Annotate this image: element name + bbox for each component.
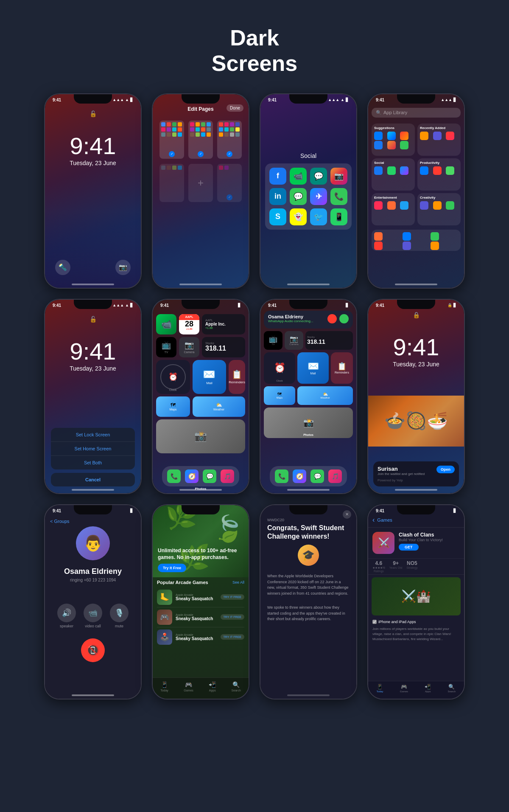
end-call-btn[interactable]: 📵 xyxy=(81,638,105,662)
open-btn[interactable]: Open xyxy=(436,466,455,473)
phone-lockscreen2: 9:41 ▲▲▲ ▲ ▊ 🔓 9:41 Tuesday, 23 June xyxy=(44,299,142,494)
camera-icon[interactable]: 📷 xyxy=(115,260,131,275)
category-social[interactable]: Social xyxy=(372,158,415,191)
wwdc-close-btn[interactable]: ✕ xyxy=(343,510,351,519)
decline-btn[interactable] xyxy=(327,314,337,323)
mute-btn[interactable]: 🎙️ xyxy=(110,604,129,622)
tab-games-as[interactable]: 🎮Games xyxy=(400,684,408,693)
category-entertainment[interactable]: Entertainment xyxy=(372,193,415,225)
back-btn-call[interactable]: < Groups xyxy=(50,517,70,525)
mail-w2[interactable]: ✉️Mail xyxy=(297,352,329,384)
set-homescreen-btn[interactable]: Set Home Screen xyxy=(51,442,135,456)
set-lockscreen-btn[interactable]: Set Lock Screen xyxy=(51,428,135,442)
maps-w2[interactable]: 🗺Maps xyxy=(264,386,295,405)
dock-phone-7[interactable]: 📞 xyxy=(275,469,288,483)
done-button[interactable]: Done xyxy=(227,104,243,112)
instagram-icon[interactable]: 📷 xyxy=(330,168,347,185)
set-both-btn[interactable]: Set Both xyxy=(51,456,135,469)
tab-games[interactable]: 🎮Games xyxy=(184,681,193,692)
cat-label-creativity: Creativity xyxy=(420,196,458,199)
notch-11 xyxy=(289,505,327,514)
clock-widget[interactable]: 🕒 ⏰ Clock xyxy=(156,360,190,394)
reminders-widget[interactable]: 📋 Reminders xyxy=(229,360,245,394)
facetime-icon[interactable]: 📹 xyxy=(290,168,307,185)
weather-widget[interactable]: ⛅ Weather xyxy=(193,396,245,417)
speaker-btn[interactable]: 🔊 xyxy=(57,604,76,622)
camera-w2[interactable]: 📷Camera xyxy=(285,331,303,350)
calendar-widget[interactable]: AAPL 28 +1.86 xyxy=(179,314,199,334)
page-4[interactable] xyxy=(159,164,184,202)
mail-widget[interactable]: ✉️ Mail xyxy=(193,360,227,394)
game-cta-1[interactable]: TRY IT FREE xyxy=(221,594,244,600)
dock-safari[interactable]: 🧭 xyxy=(185,469,199,483)
status-icons-1: ▲▲▲ ▲ ▊ xyxy=(112,98,133,102)
weather-w2[interactable]: ⛅Weather xyxy=(297,386,353,405)
facetime-widget[interactable]: 📹 xyxy=(156,314,176,334)
accept-btn[interactable] xyxy=(339,314,349,323)
stocks-widget-mini[interactable]: AAPL Apple Inc. +1.86 xyxy=(202,314,245,334)
tab-apps-as[interactable]: 📲Apps xyxy=(425,684,431,693)
camera-widget[interactable]: 📷 Camera xyxy=(179,337,199,357)
whatsapp-icon[interactable]: 📱 xyxy=(330,208,347,225)
tab-search-arcade[interactable]: 🔍Search xyxy=(232,681,241,692)
game-cta-2[interactable]: TRY IT FREE xyxy=(221,614,244,620)
stocks-price-widget[interactable]: Stocks 318.11 xyxy=(202,337,245,357)
photos-w2[interactable]: 📸 Photos xyxy=(264,407,353,438)
videocall-btn[interactable]: 📹 xyxy=(84,604,102,622)
facebook-icon[interactable]: f xyxy=(269,168,286,185)
signal-icon-4: ▲▲▲ xyxy=(441,98,452,102)
page-1[interactable]: ✓ xyxy=(159,121,184,159)
category-suggestions[interactable]: Suggestions xyxy=(372,124,415,156)
tab-today[interactable]: 📱Today xyxy=(160,681,168,692)
messages-icon[interactable]: 💬 xyxy=(290,188,307,205)
stocks-w2[interactable]: Stocks 318.11 xyxy=(305,331,353,350)
dock-messages[interactable]: 💬 xyxy=(203,469,216,483)
arcade-games-section: Popular Arcade Games See All 🦶 Apple Arc… xyxy=(153,577,249,649)
phone-icon[interactable]: 📞 xyxy=(330,188,347,205)
tab-search-as[interactable]: 🔍Search xyxy=(447,684,456,693)
dock-phone[interactable]: 📞 xyxy=(167,469,181,483)
back-label[interactable]: Games xyxy=(377,517,392,523)
flashlight-icon[interactable]: 🔦 xyxy=(55,260,70,275)
arcade-cta-btn[interactable]: Try It Free xyxy=(158,564,186,572)
category-creativity[interactable]: Creativity xyxy=(417,193,461,225)
page-2[interactable]: ✓ xyxy=(188,121,213,159)
dock-music[interactable]: 🎵 xyxy=(221,469,234,483)
game-cta-3[interactable]: TRY IT FREE xyxy=(221,634,244,640)
dock-safari-7[interactable]: 🧭 xyxy=(293,469,306,483)
snapchat-icon[interactable]: 👻 xyxy=(290,208,307,225)
twitter-icon[interactable]: 🐦 xyxy=(310,208,327,225)
videocall-action: 📹 video call xyxy=(84,604,102,628)
page-3[interactable]: ✓ xyxy=(217,121,242,159)
add-page[interactable]: + xyxy=(188,164,213,202)
back-arrow[interactable]: ‹ xyxy=(372,516,375,524)
tab-today-as[interactable]: 📱Today xyxy=(377,684,383,693)
extra-1 xyxy=(374,232,383,241)
reminders-w2[interactable]: 📋Reminders xyxy=(331,352,353,384)
cancel-btn[interactable]: Cancel xyxy=(51,473,135,486)
tv-w2[interactable]: 📺TV xyxy=(264,331,282,350)
linkedin-icon[interactable]: in xyxy=(269,188,286,205)
dock-msg-7[interactable]: 💬 xyxy=(310,469,324,483)
skype-icon[interactable]: S xyxy=(269,208,286,225)
clock-w2[interactable]: ⏰Clock xyxy=(264,352,295,384)
hangouts-icon[interactable]: 💬 xyxy=(310,168,327,185)
category-extra[interactable] xyxy=(372,230,461,251)
tv-widget[interactable]: 📺 TV xyxy=(156,337,176,357)
category-productivity[interactable]: Productivity xyxy=(417,158,461,191)
category-recently-added[interactable]: Recently Added xyxy=(417,124,461,156)
photos-widget[interactable]: 📸 Photos xyxy=(156,419,245,453)
home-indicator-6 xyxy=(179,489,222,491)
page-header: Dark Screens xyxy=(212,0,297,93)
see-all-btn[interactable]: See All xyxy=(232,580,244,584)
status-icons-12: ▊ xyxy=(453,509,456,513)
tab-apps[interactable]: 📲Apps xyxy=(209,681,216,692)
app-library-search[interactable]: 🔍 App Library xyxy=(372,108,461,118)
get-btn[interactable]: GET xyxy=(399,544,419,551)
rating-age: 9+ Years Old xyxy=(389,560,402,573)
messenger-icon[interactable]: ✈ xyxy=(310,188,327,205)
dock-music-7[interactable]: 🎵 xyxy=(328,469,342,483)
app-name: Clash of Clans xyxy=(399,532,460,538)
maps-widget[interactable]: 🗺 Maps xyxy=(156,396,190,417)
page-5[interactable]: ✓ xyxy=(217,164,242,202)
